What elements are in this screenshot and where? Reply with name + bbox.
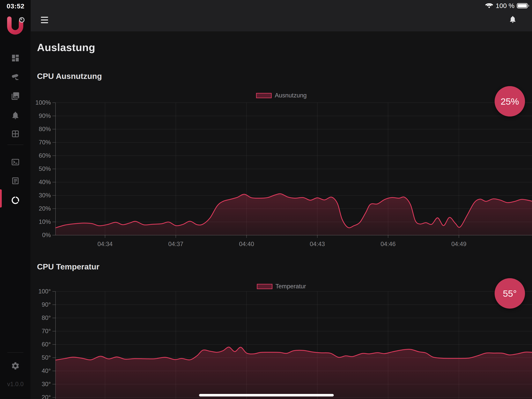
series-area xyxy=(56,347,532,399)
cpu-temperature-chart: 20°30°40°50°60°70°80°90°100° xyxy=(0,286,532,399)
y-axis-label: 50° xyxy=(42,354,51,361)
y-axis-label: 30° xyxy=(42,381,51,387)
app-logo xyxy=(6,16,25,37)
dashboard-icon xyxy=(11,54,20,63)
cpu-usage-badge: 25% xyxy=(495,86,525,116)
series-area xyxy=(56,194,532,235)
sidebar-item-dashboard[interactable] xyxy=(11,54,20,63)
status-time: 03:52 xyxy=(7,2,25,10)
hamburger-menu-icon[interactable] xyxy=(41,17,48,23)
y-axis-label: 70% xyxy=(39,139,51,146)
y-axis-label: 60% xyxy=(39,152,51,159)
y-axis-label: 80% xyxy=(39,126,51,133)
y-axis-label: 20° xyxy=(42,394,51,399)
wifi-icon xyxy=(485,3,494,9)
y-axis-label: 60° xyxy=(42,341,51,348)
bell-icon xyxy=(509,15,517,24)
page-title: Auslastung xyxy=(37,41,95,53)
y-axis-label: 90% xyxy=(39,112,51,119)
header-bell-button[interactable] xyxy=(509,15,517,24)
battery-icon xyxy=(517,3,528,8)
y-axis-label: 40% xyxy=(39,179,51,186)
y-axis-label: 40° xyxy=(42,367,51,374)
sidebar-item-cameras[interactable] xyxy=(11,73,20,82)
x-axis-label: 04:43 xyxy=(310,241,325,247)
chart2-title: CPU Temperatur xyxy=(37,262,99,271)
x-axis-label: 04:49 xyxy=(451,241,467,247)
x-axis-label: 04:34 xyxy=(98,241,113,247)
u-camera-logo-icon xyxy=(6,16,25,37)
y-axis-label: 100% xyxy=(35,99,51,106)
x-axis-label: 04:46 xyxy=(380,241,396,247)
cpu-temperature-badge: 55° xyxy=(495,278,525,309)
y-axis-label: 10% xyxy=(39,219,51,225)
y-axis-label: 0% xyxy=(42,232,51,238)
x-axis-label: 04:40 xyxy=(239,241,254,247)
x-axis-label: 04:37 xyxy=(168,241,184,247)
y-axis-label: 90° xyxy=(42,301,51,308)
cctv-camera-icon xyxy=(11,73,20,82)
cpu-usage-chart: 0%10%20%30%40%50%60%70%80%90%100%04:3404… xyxy=(0,97,532,251)
battery-percent: 100 % xyxy=(496,2,514,10)
header-bar: 100 % xyxy=(31,0,532,31)
y-axis-label: 30% xyxy=(39,192,51,199)
status-icons: 100 % xyxy=(485,2,528,10)
chart1-title: CPU Ausnutzung xyxy=(37,72,102,81)
y-axis-label: 50% xyxy=(39,165,51,172)
y-axis-label: 80° xyxy=(42,315,51,321)
home-indicator[interactable] xyxy=(199,394,334,396)
y-axis-label: 100° xyxy=(38,288,51,295)
y-axis-label: 70° xyxy=(42,328,51,335)
y-axis-label: 20% xyxy=(39,205,51,212)
